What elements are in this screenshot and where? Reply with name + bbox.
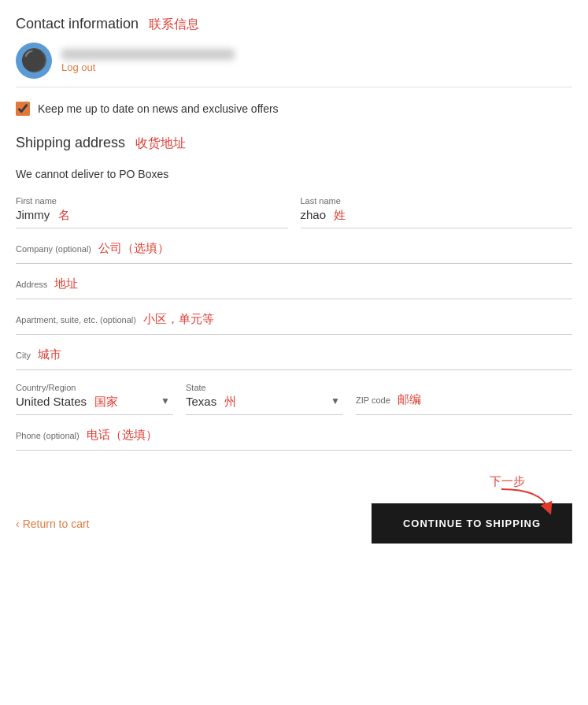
phone-chinese: 电话（选填） <box>87 428 157 441</box>
first-name-chinese: 名 <box>58 208 70 221</box>
contact-section-title: Contact information 联系信息 <box>16 16 572 33</box>
address-field: Address 地址 <box>16 276 572 299</box>
po-warning: We cannot deliver to PO Boxes <box>16 168 572 180</box>
address-label-text: Address <box>16 280 47 289</box>
shipping-header: Shipping address 收货地址 <box>16 135 572 163</box>
city-label: City 城市 <box>16 347 572 362</box>
newsletter-label: Keep me up to date on news and exclusive… <box>38 102 279 115</box>
city-label-text: City <box>16 351 31 360</box>
apt-label: Apartment, suite, etc. (optional) 小区，单元等 <box>16 312 572 327</box>
arrow-icon <box>494 485 557 517</box>
last-name-chinese: 姓 <box>334 208 346 221</box>
state-label: State <box>186 383 343 392</box>
company-chinese: 公司（选填） <box>98 241 169 254</box>
zip-field: ZIP code 邮编 <box>356 392 572 415</box>
country-dropdown-icon: ▼ <box>161 395 170 406</box>
phone-label-text: Phone (optional) <box>16 431 80 440</box>
return-to-cart-label: Return to cart <box>23 518 90 530</box>
country-label-text: Country/Region <box>16 383 76 392</box>
last-name-label: Last name <box>301 196 573 206</box>
country-field[interactable]: Country/Region United States 国家 ▼ <box>16 383 173 415</box>
last-name-text: zhao <box>301 208 327 221</box>
zip-label-text: ZIP code <box>356 395 390 405</box>
state-chinese: 州 <box>224 395 236 408</box>
newsletter-checkbox-row: Keep me up to date on news and exclusive… <box>16 102 572 116</box>
apt-field: Apartment, suite, etc. (optional) 小区，单元等 <box>16 312 572 335</box>
phone-field: Phone (optional) 电话（选填） <box>16 428 572 451</box>
company-field: Company (optional) 公司（选填） <box>16 241 572 264</box>
address-chinese: 地址 <box>54 276 78 290</box>
state-dropdown-icon: ▼ <box>331 395 340 406</box>
chevron-left-icon: ‹ <box>16 518 20 530</box>
return-to-cart-link[interactable]: ‹ Return to cart <box>16 518 90 530</box>
user-info-row: ⚫ Log out <box>16 43 572 79</box>
city-chinese: 城市 <box>38 347 61 361</box>
country-value-text: United States <box>16 395 87 408</box>
city-field: City 城市 <box>16 347 572 370</box>
shipping-section-title: Shipping address 收货地址 <box>16 135 186 152</box>
address-label: Address 地址 <box>16 276 572 291</box>
user-email-blurred <box>61 49 235 60</box>
contact-title-chinese: 联系信息 <box>149 17 199 31</box>
phone-label: Phone (optional) 电话（选填） <box>16 428 572 443</box>
bottom-bar: ‹ Return to cart CONTINUE TO SHIPPING <box>16 495 572 544</box>
arrow-annotation: 下一步 <box>16 474 572 489</box>
zip-label: ZIP code 邮编 <box>356 392 572 407</box>
first-name-value: Jimmy 名 <box>16 208 288 223</box>
state-label-text: State <box>186 383 206 392</box>
state-value: Texas 州 <box>186 395 343 410</box>
divider <box>16 87 572 87</box>
newsletter-checkbox[interactable] <box>16 102 30 116</box>
shipping-title-text: Shipping address <box>16 135 125 150</box>
company-label: Company (optional) 公司（选填） <box>16 241 572 256</box>
last-name-field: Last name zhao 姓 <box>301 196 573 228</box>
apt-label-text: Apartment, suite, etc. (optional) <box>16 315 136 325</box>
contact-section: Contact information 联系信息 ⚫ Log out Keep … <box>16 16 572 116</box>
user-icon: ⚫ <box>20 50 48 72</box>
avatar: ⚫ <box>16 43 52 79</box>
company-label-text: Company (optional) <box>16 244 91 254</box>
shipping-section: Shipping address 收货地址 We cannot deliver … <box>16 135 572 544</box>
country-chinese: 国家 <box>94 395 118 408</box>
name-row: First name Jimmy 名 Last name zhao 姓 <box>16 196 572 241</box>
country-value: United States 国家 <box>16 395 173 410</box>
country-label: Country/Region <box>16 383 173 392</box>
logout-link[interactable]: Log out <box>61 61 235 73</box>
location-row: Country/Region United States 国家 ▼ State … <box>16 383 572 415</box>
state-field[interactable]: State Texas 州 ▼ <box>186 383 343 415</box>
user-email-block: Log out <box>61 49 235 73</box>
state-value-text: Texas <box>186 395 216 408</box>
last-name-value: zhao 姓 <box>301 208 573 223</box>
shipping-title-chinese: 收货地址 <box>135 136 186 150</box>
first-name-text: Jimmy <box>16 208 50 221</box>
zip-chinese: 邮编 <box>398 392 421 406</box>
first-name-label: First name <box>16 196 288 206</box>
contact-title-text: Contact information <box>16 16 139 32</box>
apt-chinese: 小区，单元等 <box>143 312 214 325</box>
first-name-field: First name Jimmy 名 <box>16 196 288 228</box>
